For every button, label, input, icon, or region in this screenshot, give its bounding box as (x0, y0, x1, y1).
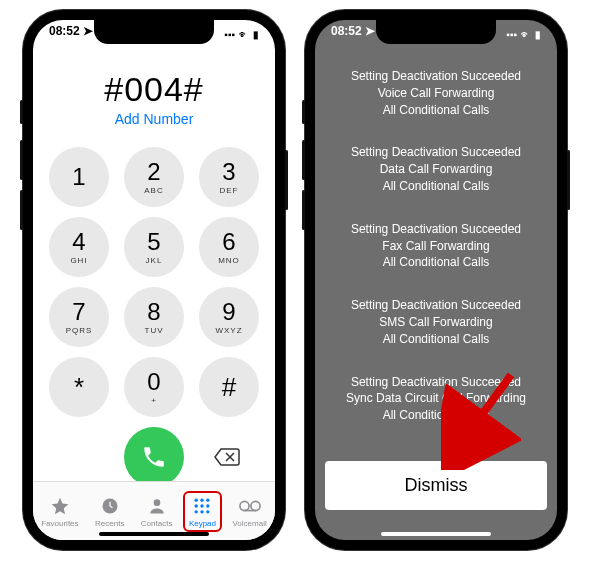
svg-point-9 (201, 510, 204, 513)
result-line: Setting Deactivation Succeeded (339, 221, 533, 238)
key-digit: 9 (222, 300, 235, 324)
tab-label: Recents (95, 519, 124, 528)
tab-recents[interactable]: Recents (91, 493, 128, 530)
result-line: Data Call Forwarding (339, 161, 533, 178)
svg-point-11 (240, 501, 249, 510)
result-line: Setting Deactivation Succeeded (339, 68, 533, 85)
delete-button[interactable] (209, 439, 245, 475)
add-number-link[interactable]: Add Number (33, 111, 275, 127)
wifi-icon: ᯤ (239, 29, 249, 40)
key-digit: 5 (147, 230, 160, 254)
result-block: Setting Deactivation SucceededSync Data … (339, 374, 533, 424)
screen-dialer: 08:52 ➤ ▪▪▪ ᯤ ▮ #004# Add Number 12ABC3D… (33, 20, 275, 540)
tab-voicemail[interactable]: Voicemail (228, 493, 270, 530)
key-letters: ABC (144, 186, 163, 195)
signal-icon: ▪▪▪ (506, 29, 517, 40)
tab-label: Keypad (189, 519, 216, 528)
backspace-icon (213, 447, 241, 467)
voicemail-icon (239, 495, 261, 517)
svg-point-10 (207, 510, 210, 513)
key-letters: WXYZ (215, 326, 242, 335)
home-indicator[interactable] (99, 532, 209, 536)
result-line: SMS Call Forwarding (339, 314, 533, 331)
phone-left: 08:52 ➤ ▪▪▪ ᯤ ▮ #004# Add Number 12ABC3D… (23, 10, 285, 550)
result-block: Setting Deactivation SucceededFax Call F… (339, 221, 533, 271)
notch (376, 20, 496, 44)
key-letters: JKL (146, 256, 163, 265)
clock-icon (99, 495, 121, 517)
key-7[interactable]: 7PQRS (49, 287, 109, 347)
keypad: 12ABC3DEF4GHI5JKL6MNO7PQRS8TUV9WXYZ*0+# (49, 147, 259, 417)
result-block: Setting Deactivation SucceededData Call … (339, 144, 533, 194)
key-9[interactable]: 9WXYZ (199, 287, 259, 347)
volume-down (302, 190, 305, 230)
phone-right: 08:52 ➤ ▪▪▪ ᯤ ▮ Setting Deactivation Suc… (305, 10, 567, 550)
result-block: Setting Deactivation SucceededVoice Call… (339, 68, 533, 118)
key-5[interactable]: 5JKL (124, 217, 184, 277)
volume-up (302, 140, 305, 180)
key-8[interactable]: 8TUV (124, 287, 184, 347)
result-line: All Conditional Calls (339, 331, 533, 348)
side-button (567, 150, 570, 210)
svg-point-4 (207, 498, 210, 501)
side-button (285, 150, 288, 210)
result-line: Setting Deactivation Succeeded (339, 144, 533, 161)
svg-point-7 (207, 504, 210, 507)
keypad-bottom-row (33, 427, 275, 487)
key-digit: 6 (222, 230, 235, 254)
result-line: Setting Deactivation Succeeded (339, 297, 533, 314)
key-digit: 4 (72, 230, 85, 254)
result-messages: Setting Deactivation SucceededVoice Call… (315, 20, 557, 468)
result-line: All Conditional Calls (339, 254, 533, 271)
key-digit: # (222, 374, 236, 400)
key-3[interactable]: 3DEF (199, 147, 259, 207)
volume-down (20, 190, 23, 230)
result-line: All Conditional Calls (339, 178, 533, 195)
key-letters: TUV (145, 326, 164, 335)
svg-point-5 (195, 504, 198, 507)
battery-icon: ▮ (535, 29, 541, 40)
svg-point-6 (201, 504, 204, 507)
key-2[interactable]: 2ABC (124, 147, 184, 207)
contact-icon (146, 495, 168, 517)
key-6[interactable]: 6MNO (199, 217, 259, 277)
svg-point-2 (195, 498, 198, 501)
tab-favourites[interactable]: Favourites (37, 493, 82, 530)
tab-label: Favourites (41, 519, 78, 528)
result-line: Setting Deactivation Succeeded (339, 374, 533, 391)
key-1[interactable]: 1 (49, 147, 109, 207)
key-0[interactable]: 0+ (124, 357, 184, 417)
home-indicator[interactable] (381, 532, 491, 536)
call-button[interactable] (124, 427, 184, 487)
result-line: All Conditional Calls (339, 407, 533, 424)
location-icon: ➤ (83, 24, 93, 38)
tab-label: Voicemail (232, 519, 266, 528)
volume-up (20, 140, 23, 180)
key-letters: MNO (218, 256, 240, 265)
mute-switch (302, 100, 305, 124)
tab-contacts[interactable]: Contacts (137, 493, 177, 530)
key-digit: 3 (222, 160, 235, 184)
result-line: Fax Call Forwarding (339, 238, 533, 255)
mute-switch (20, 100, 23, 124)
key-digit: 7 (72, 300, 85, 324)
keypad-icon (191, 495, 213, 517)
key-letters: GHI (70, 256, 87, 265)
key-#[interactable]: # (199, 357, 259, 417)
battery-icon: ▮ (253, 29, 259, 40)
svg-point-1 (153, 499, 160, 506)
key-digit: 1 (72, 165, 85, 189)
dismiss-button[interactable]: Dismiss (325, 461, 547, 510)
key-*[interactable]: * (49, 357, 109, 417)
key-4[interactable]: 4GHI (49, 217, 109, 277)
star-icon (49, 495, 71, 517)
key-digit: 8 (147, 300, 160, 324)
location-icon: ➤ (365, 24, 375, 38)
status-time: 08:52 (331, 24, 362, 38)
tab-keypad[interactable]: Keypad (185, 493, 220, 530)
key-digit: 2 (147, 160, 160, 184)
key-digit: 0 (147, 370, 160, 394)
result-line: Sync Data Circuit Call Forwarding (339, 390, 533, 407)
tab-label: Contacts (141, 519, 173, 528)
key-letters: DEF (220, 186, 239, 195)
